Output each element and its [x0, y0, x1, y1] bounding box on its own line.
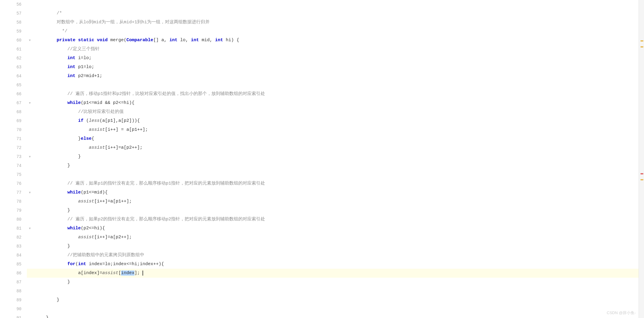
fold-77[interactable]: ▼ [27, 188, 33, 197]
line-89: 89 } [0, 296, 639, 305]
fold-64 [27, 72, 33, 81]
code-72[interactable]: assist[i++]=a[p2++]; [33, 143, 639, 152]
line-num-65: 65 [0, 81, 27, 90]
line-num-85: 85 [0, 260, 27, 269]
code-71[interactable]: }else{ [33, 134, 639, 143]
code-83[interactable]: } [33, 242, 639, 251]
line-90: 90 [0, 305, 639, 314]
code-60[interactable]: private static void merge(Comparable[] a… [33, 36, 639, 45]
line-num-67: 67 [0, 99, 27, 107]
code-63[interactable]: int p1=lo; [33, 63, 639, 72]
fold-57 [27, 9, 33, 18]
code-59[interactable]: */ [33, 27, 639, 36]
code-90[interactable] [33, 305, 639, 314]
line-62: 62 int i=lo; [0, 54, 639, 63]
fold-60[interactable]: ▼ [27, 36, 33, 45]
line-num-79: 79 [0, 206, 27, 215]
code-80[interactable]: // 遍历，如果p2的指针没有走完，那么顺序移动p2指针，把对应的元素放到辅助数… [33, 215, 639, 224]
fold-88 [27, 287, 33, 296]
code-75[interactable] [33, 170, 639, 179]
fold-67[interactable]: ▼ [27, 99, 33, 107]
line-83: 83 } [0, 242, 639, 251]
line-num-81: 81 [0, 224, 27, 233]
code-87[interactable]: } [33, 278, 639, 287]
fold-68 [27, 107, 33, 116]
line-num-64: 64 [0, 72, 27, 81]
code-85[interactable]: for(int index=lo;index<=hi;index++){ [33, 260, 639, 269]
fold-65 [27, 81, 33, 90]
code-89[interactable]: } [33, 296, 639, 305]
line-num-88: 88 [0, 287, 27, 296]
right-scrollbar[interactable] [639, 0, 644, 318]
code-69[interactable]: if (less(a[p1],a[p2])){ [33, 116, 639, 125]
code-56[interactable] [33, 0, 639, 9]
line-91: 91 } [0, 314, 639, 318]
code-88[interactable] [33, 287, 639, 296]
line-61: 61 //定义三个指针 [0, 45, 639, 54]
code-66[interactable]: // 遍历，移动p1指针和p2指针，比较对应索引处的值，找出小的那个，放到辅助数… [33, 90, 639, 99]
line-71: 71 }else{ [0, 134, 639, 143]
code-84[interactable]: //把辅助数组中的元素拷贝到原数组中 [33, 251, 639, 260]
code-67[interactable]: while(p1<=mid && p2<=hi){ [33, 99, 639, 107]
line-76: 76 // 遍历，如果p1的指针没有走完，那么顺序移动p1指针，把对应的元素放到… [0, 179, 639, 188]
line-num-66: 66 [0, 90, 27, 99]
fold-90 [27, 305, 33, 314]
fold-83 [27, 242, 33, 251]
line-num-68: 68 [0, 107, 27, 116]
code-73[interactable]: } [33, 152, 639, 161]
fold-79 [27, 206, 33, 215]
scrollbar-marker-4 [640, 179, 643, 180]
fold-91 [27, 314, 33, 318]
line-60: 60 ▼ private static void merge(Comparabl… [0, 36, 639, 45]
fold-70 [27, 125, 33, 134]
code-57[interactable]: /* [33, 9, 639, 18]
line-num-90: 90 [0, 305, 27, 314]
code-61[interactable]: //定义三个指针 [33, 45, 639, 54]
code-62[interactable]: int i=lo; [33, 54, 639, 63]
line-num-70: 70 [0, 125, 27, 134]
fold-80 [27, 215, 33, 224]
line-num-89: 89 [0, 296, 27, 305]
code-58[interactable]: 对数组中，从lo到mid为一组，从mid+1到hi为一组，对这两组数据进行归并 [33, 18, 639, 27]
line-79: 79 } [0, 206, 639, 215]
code-70[interactable]: assist[i++] = a[p1++]; [33, 125, 639, 134]
line-num-87: 87 [0, 278, 27, 287]
fold-73[interactable]: ▼ [27, 152, 33, 161]
fold-61 [27, 45, 33, 54]
code-81[interactable]: while(p2<=hi){ [33, 224, 639, 233]
code-82[interactable]: assist[i++]=a[p2++]; [33, 233, 639, 242]
code-64[interactable]: int p2=mid+1; [33, 72, 639, 81]
line-num-76: 76 [0, 179, 27, 188]
line-86: 86 a[index]=assist[index]; [0, 269, 639, 278]
line-num-72: 72 [0, 143, 27, 152]
code-78[interactable]: assist[i++]=a[p1++]; [33, 197, 639, 206]
line-64: 64 int p2=mid+1; [0, 72, 639, 81]
code-91[interactable]: } [33, 314, 639, 318]
line-num-69: 69 [0, 116, 27, 125]
code-86[interactable]: a[index]=assist[index]; [33, 269, 639, 278]
code-74[interactable]: } [33, 161, 639, 170]
line-58: 58 对数组中，从lo到mid为一组，从mid+1到hi为一组，对这两组数据进行… [0, 18, 639, 27]
line-num-78: 78 [0, 197, 27, 206]
line-73: 73 ▼ } [0, 152, 639, 161]
code-area[interactable]: 56 57 /* 58 对数组中，从lo到mid为一组，从mid+1到hi为一组… [0, 0, 639, 318]
code-79[interactable]: } [33, 206, 639, 215]
line-67: 67 ▼ while(p1<=mid && p2<=hi){ [0, 99, 639, 107]
code-76[interactable]: // 遍历，如果p1的指针没有走完，那么顺序移动p1指针，把对应的元素放到辅助数… [33, 179, 639, 188]
line-56: 56 [0, 0, 639, 9]
line-num-86: 86 [0, 269, 27, 278]
code-65[interactable] [33, 81, 639, 90]
fold-81[interactable]: ▼ [27, 224, 33, 233]
code-77[interactable]: while(p1<=mid){ [33, 188, 639, 197]
line-num-91: 91 [0, 314, 27, 318]
fold-69 [27, 116, 33, 125]
fold-59 [27, 27, 33, 36]
line-68: 68 //比较对应索引处的值 [0, 107, 639, 116]
line-69: 69 if (less(a[p1],a[p2])){ [0, 116, 639, 125]
fold-72 [27, 143, 33, 152]
line-59: 59 */ [0, 27, 639, 36]
fold-82 [27, 233, 33, 242]
code-68[interactable]: //比较对应索引处的值 [33, 107, 639, 116]
editor-container: 56 57 /* 58 对数组中，从lo到mid为一组，从mid+1到hi为一组… [0, 0, 644, 318]
line-num-60: 60 [0, 36, 27, 45]
